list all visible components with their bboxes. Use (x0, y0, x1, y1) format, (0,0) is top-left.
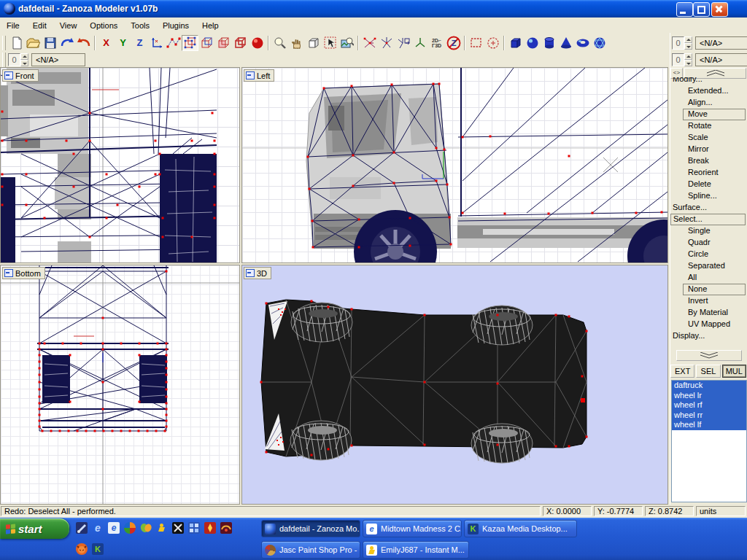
spinner-down-icon[interactable] (684, 60, 692, 66)
panel-spinner-2[interactable]: 0 (672, 53, 692, 66)
create-cone-icon[interactable] (557, 35, 574, 51)
command-single[interactable]: Single (670, 225, 747, 237)
command-reorient[interactable]: Reorient (670, 167, 747, 179)
ql-media-player-icon[interactable] (124, 522, 136, 534)
create-sphere-icon[interactable] (524, 35, 541, 51)
ql-paint-tool-icon[interactable] (76, 522, 88, 534)
mode-ext-button[interactable]: EXT (670, 365, 694, 378)
viewport-bottom-label[interactable]: Bottom (2, 267, 45, 279)
mode-mul-button[interactable]: MUL (722, 365, 746, 378)
toolbar-grip[interactable] (2, 36, 6, 50)
menu-tools[interactable]: Tools (124, 20, 156, 31)
menu-view[interactable]: View (53, 20, 84, 31)
task-paint-shop-pro[interactable]: Jasc Paint Shop Pro - ... (261, 541, 360, 559)
viewport-menu-icon[interactable] (246, 71, 255, 79)
command-modify[interactable]: Modify... (670, 77, 747, 85)
save-icon[interactable] (42, 35, 58, 51)
weld-vertices-icon[interactable] (361, 35, 378, 51)
viewport-menu-icon[interactable] (246, 269, 255, 277)
toolbar-grip[interactable] (2, 52, 6, 67)
local-axes-icon[interactable] (411, 35, 428, 51)
ql-directx-icon[interactable] (172, 522, 184, 534)
command-align[interactable]: Align... (670, 97, 747, 109)
object-item[interactable]: daftruck (672, 381, 746, 391)
command-uv-mapped[interactable]: UV Mapped (670, 319, 747, 330)
axes-tripod-icon[interactable] (148, 35, 165, 51)
edges-mode-icon[interactable] (198, 35, 215, 51)
task-kazaa[interactable]: K Kazaa Media Desktop... (464, 520, 577, 537)
viewport-menu-icon[interactable] (4, 269, 13, 277)
viewport-front[interactable]: Front (0, 67, 240, 263)
command-quadr[interactable]: Quadr (670, 237, 747, 249)
viewport-left[interactable]: Left (241, 67, 668, 263)
command-none[interactable]: None (683, 284, 746, 295)
command-extended[interactable]: Extended... (670, 85, 747, 97)
value-spinner[interactable]: 0 (8, 53, 28, 66)
menu-edit[interactable]: Edit (26, 20, 53, 31)
disable-z-icon[interactable]: Z (445, 35, 462, 51)
command-select[interactable]: Select... (670, 214, 746, 225)
close-button[interactable] (711, 2, 728, 17)
vertices-mode-icon[interactable] (182, 35, 198, 51)
open-icon[interactable] (25, 35, 42, 51)
object-list[interactable]: daftruck wheel lr wheel rf wheel rr whee… (671, 380, 747, 502)
2d-3d-toggle-icon[interactable]: 2D⌐Γ3D (428, 35, 445, 51)
create-cube-icon[interactable] (507, 35, 524, 51)
command-mirror[interactable]: Mirror (670, 144, 747, 155)
zoom-region-icon[interactable] (338, 35, 355, 51)
ql-internet-explorer-icon[interactable]: e (92, 522, 104, 534)
object-item[interactable]: wheel lr (672, 391, 746, 401)
command-by-material[interactable]: By Material (670, 307, 747, 319)
axis-y-icon[interactable]: Y (115, 35, 131, 51)
viewport-3d[interactable]: 3D (241, 265, 668, 505)
menu-options[interactable]: Options (83, 20, 124, 31)
command-surface[interactable]: Surface... (670, 202, 747, 214)
redo-icon[interactable] (58, 35, 75, 51)
ql-msn-messenger-icon[interactable] (140, 522, 152, 534)
create-cylinder-icon[interactable] (541, 35, 557, 51)
command-spline[interactable]: Spline... (670, 190, 747, 202)
axis-z-icon[interactable]: Z (131, 35, 148, 51)
spline-edit-icon[interactable] (165, 35, 182, 51)
objects-mode-icon[interactable] (232, 35, 249, 51)
viewport-3d-label[interactable]: 3D (244, 267, 271, 279)
spinner-up-icon[interactable] (684, 36, 692, 43)
select-rectangle-icon[interactable] (468, 35, 484, 51)
select-arrow-icon[interactable] (322, 35, 338, 51)
command-all[interactable]: All (670, 272, 747, 284)
command-move[interactable]: Move (683, 109, 746, 120)
spinner-up-icon[interactable] (684, 53, 692, 60)
sphere-mode-icon[interactable] (249, 35, 266, 51)
spinner-up-icon[interactable] (20, 53, 28, 60)
command-display[interactable]: Display... (670, 330, 747, 342)
ql-show-desktop-icon[interactable] (188, 522, 200, 534)
command-rotate[interactable]: Rotate (670, 120, 747, 132)
menu-help[interactable]: Help (196, 20, 225, 31)
pan-hand-icon[interactable] (288, 35, 305, 51)
command-break[interactable]: Break (670, 155, 747, 167)
menu-file[interactable]: File (0, 20, 26, 31)
object-item[interactable]: wheel rf (672, 400, 746, 411)
viewport-left-label[interactable]: Left (244, 69, 274, 82)
spinner-down-icon[interactable] (20, 60, 28, 66)
viewport-front-label[interactable]: Front (2, 69, 39, 82)
mode-sel-button[interactable]: SEL (696, 365, 720, 378)
viewport-menu-icon[interactable] (4, 71, 13, 79)
spline-star-icon[interactable] (378, 35, 395, 51)
panel-na-dropdown-2[interactable]: <N/A> (695, 53, 747, 66)
menu-plugins[interactable]: Plugins (156, 20, 196, 31)
minimize-button[interactable] (676, 2, 693, 17)
na-dropdown[interactable]: <N/A> (31, 53, 85, 66)
start-button[interactable]: start (0, 518, 69, 539)
task-midtown-madness[interactable]: e Midtown Madness 2 C... (363, 520, 462, 537)
command-separated[interactable]: Separated (670, 260, 747, 272)
task-instant-messenger[interactable]: EmilyJ687 - Instant M... (363, 541, 469, 559)
expand-panel-button[interactable] (676, 350, 742, 361)
object-item[interactable]: wheel lf (672, 420, 746, 430)
view-cube-icon[interactable] (305, 35, 322, 51)
command-scale[interactable]: Scale (670, 132, 747, 144)
command-invert[interactable]: Invert (670, 295, 747, 307)
create-torus-icon[interactable] (574, 35, 591, 51)
spline-detach-icon[interactable] (395, 35, 411, 51)
spinner-down-icon[interactable] (684, 43, 692, 50)
